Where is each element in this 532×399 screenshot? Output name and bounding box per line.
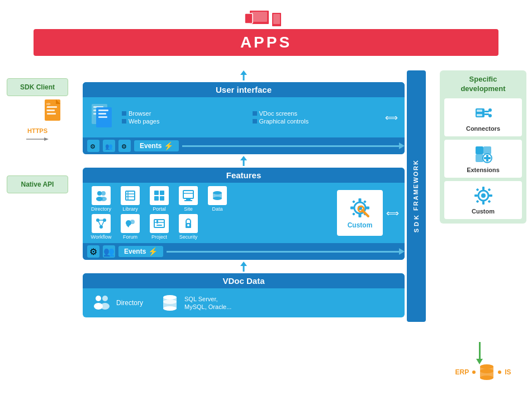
- svg-rect-103: [474, 194, 478, 197]
- svg-point-111: [480, 376, 493, 380]
- svg-point-48: [213, 197, 222, 200]
- bidir-arrow-features: ⟺: [386, 208, 399, 218]
- svg-rect-60: [156, 225, 162, 226]
- apps-title: APPS: [240, 34, 292, 51]
- native-api-box: Native API: [7, 175, 68, 193]
- feature-directory: Directory: [87, 186, 115, 212]
- gear-icon-features: ⚙: [87, 245, 99, 258]
- svg-rect-92: [477, 114, 482, 116]
- feature-forum: Forum: [116, 214, 144, 240]
- svg-point-63: [187, 224, 189, 226]
- svg-rect-106: [487, 188, 491, 191]
- erp-label: ERP: [455, 368, 469, 376]
- green-arrow-erp: [476, 342, 483, 364]
- events-button-features[interactable]: Events ⚡: [118, 246, 163, 257]
- connectors-label: Connectors: [466, 125, 500, 132]
- svg-rect-3: [273, 14, 280, 24]
- svg-point-33: [100, 197, 107, 201]
- svg-line-53: [98, 220, 101, 227]
- vdoc-database-item: SQL Server,MySQL, Oracle...: [160, 293, 231, 313]
- svg-point-112: [480, 369, 493, 373]
- custom-item-right: Custom: [444, 181, 522, 219]
- svg-point-31: [101, 191, 106, 196]
- vdoc-directory-item: Directory: [92, 293, 143, 313]
- framework-label: FRAMEWORK: [412, 159, 420, 211]
- feature-browser: Browser: [129, 110, 151, 117]
- svg-rect-38: [154, 191, 159, 195]
- apps-section: APPS: [34, 8, 498, 56]
- people-icon-features: 👥: [103, 245, 115, 258]
- feature-forum-label: Forum: [123, 234, 137, 240]
- events-arrow-features: [167, 251, 400, 253]
- svg-point-85: [163, 300, 177, 304]
- svg-rect-42: [183, 191, 193, 198]
- feature-library-label: Library: [122, 206, 138, 212]
- svg-rect-94: [483, 146, 491, 154]
- svg-rect-108: [487, 200, 491, 203]
- features-section: Features D: [83, 168, 405, 260]
- svg-rect-98: [484, 157, 491, 159]
- feature-site: Site: [174, 186, 202, 212]
- features-icons-grid: Directory Library: [87, 186, 334, 240]
- vdoc-sql-label: SQL Server,MySQL, Oracle...: [184, 295, 231, 311]
- bidir-arrow-ui: ⟺: [385, 112, 398, 123]
- feature-workflow: Workflow: [87, 214, 115, 240]
- svg-rect-68: [350, 207, 354, 210]
- svg-rect-105: [476, 188, 479, 191]
- feature-portal-label: Portal: [153, 206, 166, 212]
- svg-point-84: [163, 306, 177, 311]
- svg-rect-58: [154, 220, 164, 227]
- ui-section-header: User interface: [83, 82, 405, 97]
- people-icon-ui: 👥: [103, 140, 115, 152]
- left-panel: SDK Client </> xml json HTTPS: [7, 78, 68, 193]
- ui-features-list: Browser VDoc screens Web pages Graphical…: [122, 110, 379, 125]
- ui-section-content: Browser VDoc screens Web pages Graphical…: [83, 97, 405, 137]
- svg-line-54: [101, 220, 104, 227]
- feature-security: Security: [174, 214, 202, 240]
- extensions-label: Extensions: [467, 167, 500, 173]
- svg-point-78: [96, 296, 101, 301]
- custom-box-features: Custom: [337, 190, 383, 236]
- framework-sdk-column: FRAMEWORK SDK: [407, 70, 426, 322]
- feature-data-label: Data: [212, 206, 222, 212]
- svg-rect-41: [160, 196, 164, 201]
- specific-dev-title: Specificdevelopment: [444, 75, 522, 94]
- features-content: Directory Library: [83, 183, 405, 243]
- apps-devices-icon: [244, 8, 288, 28]
- svg-rect-101: [482, 187, 484, 190]
- feature-project-label: Project: [151, 234, 167, 240]
- connectors-item: Connectors: [444, 98, 522, 136]
- svg-rect-34: [126, 191, 135, 200]
- events-arrow-ui: [182, 145, 400, 147]
- svg-point-30: [97, 191, 102, 196]
- diagram-container: APPS SDK Client </> xml json HTTPS: [0, 0, 532, 399]
- svg-rect-66: [359, 198, 362, 202]
- arrow-ui-up: [83, 70, 405, 80]
- feature-directory-label: Directory: [91, 206, 111, 212]
- svg-point-56: [130, 220, 135, 224]
- svg-rect-95: [476, 154, 483, 162]
- center-panel: User interface: [83, 70, 405, 317]
- vdoc-section: VDoc Data Directory: [83, 273, 405, 317]
- svg-point-90: [488, 114, 492, 117]
- ui-section-footer: ⚙ 👥 ⚙ Events ⚡: [83, 137, 405, 154]
- svg-rect-22: [98, 110, 108, 111]
- svg-marker-77: [240, 262, 247, 266]
- vdoc-directory-label: Directory: [116, 299, 143, 307]
- svg-rect-24: [98, 116, 107, 118]
- feature-workflow-label: Workflow: [91, 234, 112, 240]
- svg-rect-91: [477, 110, 482, 112]
- is-dot: [498, 370, 501, 374]
- arrow-vdoc-up: [83, 262, 405, 272]
- is-label: IS: [505, 368, 511, 376]
- features-section-header: Features: [83, 168, 405, 183]
- sdk-client-box: SDK Client: [7, 78, 68, 96]
- events-button-ui[interactable]: Events ⚡: [134, 140, 179, 151]
- svg-rect-23: [98, 113, 106, 115]
- db-cylinder-icon: [479, 363, 495, 381]
- svg-rect-61: [156, 220, 158, 224]
- feature-vdoc-screens: VDoc screens: [259, 110, 297, 117]
- svg-text:⚙: ⚙: [90, 143, 96, 150]
- settings-icon-ui: ⚙: [118, 140, 131, 152]
- svg-rect-102: [482, 201, 484, 205]
